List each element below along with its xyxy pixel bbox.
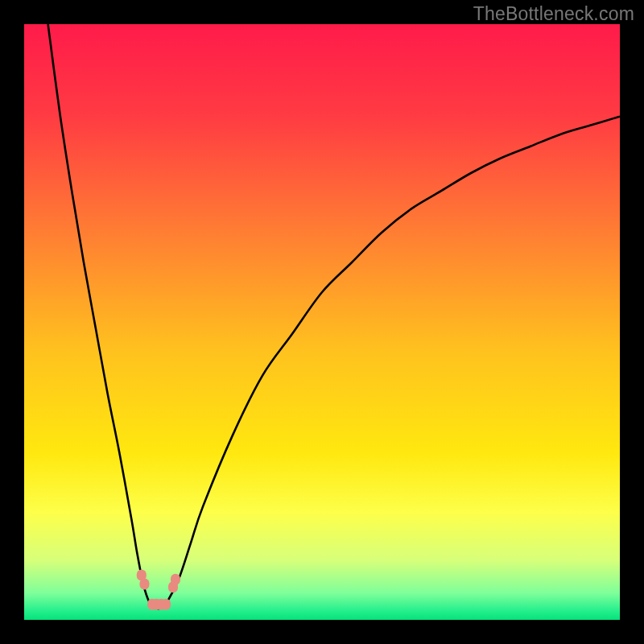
marker-point <box>139 579 149 590</box>
bottleneck-curve <box>48 24 620 609</box>
marker-point <box>171 574 180 585</box>
marker-point <box>161 599 171 610</box>
plot-area <box>24 24 620 620</box>
chart-stage: TheBottleneck.com <box>0 0 644 644</box>
marker-group <box>137 570 180 610</box>
watermark-label: TheBottleneck.com <box>473 3 634 25</box>
curve-layer <box>24 24 620 620</box>
